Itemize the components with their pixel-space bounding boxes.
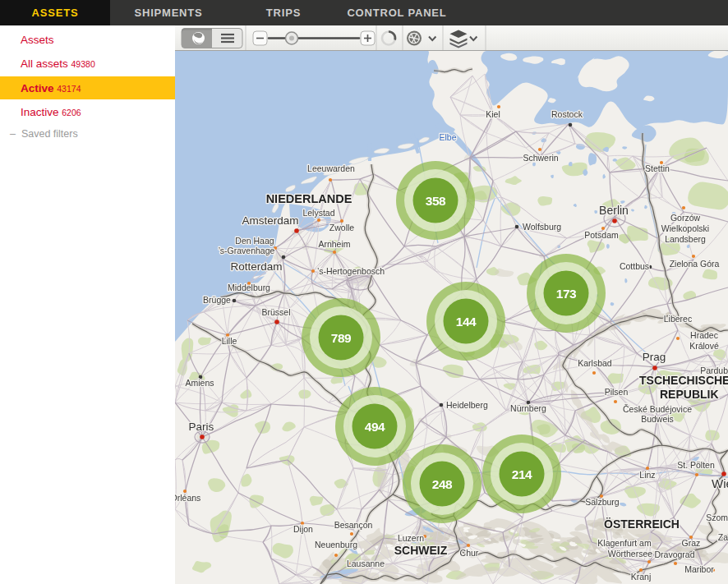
svg-text:Linz: Linz: [639, 470, 655, 480]
svg-text:Rostock: Rostock: [551, 109, 583, 119]
svg-text:Lelystad: Lelystad: [302, 208, 334, 218]
svg-text:Dravograd: Dravograd: [654, 550, 694, 559]
svg-text:REPUBLIK: REPUBLIK: [660, 388, 719, 401]
svg-text:Kiel: Kiel: [486, 109, 500, 119]
svg-text:Liberec: Liberec: [664, 314, 692, 324]
svg-text:ÖSTERREICH: ÖSTERREICH: [604, 517, 680, 531]
svg-text:Chur: Chur: [460, 548, 479, 558]
svg-text:St. Pölten: St. Pölten: [677, 460, 715, 470]
svg-text:Lille: Lille: [222, 336, 237, 346]
svg-text:Wielkopolski: Wielkopolski: [661, 223, 709, 233]
svg-text:Heidelberg: Heidelberg: [446, 400, 488, 410]
svg-text:’s-Gravenhage: ’s-Gravenhage: [219, 246, 275, 255]
svg-text:TSCHECHISCHE: TSCHECHISCHE: [639, 374, 728, 387]
svg-text:Amsterdam: Amsterdam: [242, 214, 298, 227]
svg-text:’s-Hertogenbosch: ’s-Hertogenbosch: [317, 266, 385, 276]
svg-text:Maribor: Maribor: [684, 564, 714, 574]
svg-text:Potsdam: Potsdam: [584, 230, 619, 240]
svg-text:Berlin: Berlin: [599, 204, 629, 217]
svg-text:Elbe: Elbe: [439, 132, 456, 142]
svg-text:Besançon: Besançon: [334, 520, 373, 530]
svg-text:Wörthersee: Wörthersee: [608, 549, 652, 559]
svg-text:Prag: Prag: [643, 351, 666, 363]
svg-text:Lausanne: Lausanne: [347, 559, 385, 568]
svg-text:Orléans: Orléans: [175, 493, 200, 503]
svg-text:Brügge: Brügge: [203, 295, 231, 305]
svg-text:České Budéjovice: České Budéjovice: [623, 404, 692, 414]
svg-text:173: 173: [556, 287, 577, 301]
svg-text:SCHWEIZ: SCHWEIZ: [394, 544, 448, 557]
svg-text:Paris: Paris: [189, 421, 214, 433]
svg-text:Pardub: Pardub: [700, 366, 728, 375]
svg-text:Leeuwarden: Leeuwarden: [307, 163, 355, 173]
svg-text:Rotterdam: Rotterdam: [230, 260, 282, 273]
svg-text:Budweis: Budweis: [641, 414, 674, 424]
svg-text:Stettin: Stettin: [645, 163, 670, 173]
svg-text:Middelburg: Middelburg: [228, 283, 270, 292]
svg-text:Brüssel: Brüssel: [261, 307, 290, 317]
svg-text:Graz: Graz: [682, 538, 701, 548]
svg-text:214: 214: [512, 467, 532, 481]
svg-text:NIEDERLANDE: NIEDERLANDE: [266, 192, 352, 205]
svg-text:Arnheim: Arnheim: [318, 239, 350, 249]
svg-text:Kranj: Kranj: [631, 572, 652, 582]
svg-text:Zwolle: Zwolle: [329, 223, 355, 232]
svg-text:789: 789: [331, 331, 352, 345]
svg-text:144: 144: [456, 315, 477, 329]
svg-text:Szom: Szom: [706, 513, 728, 522]
svg-text:Gorzów: Gorzów: [670, 213, 701, 223]
svg-text:358: 358: [426, 194, 446, 208]
svg-text:Za: Za: [718, 532, 728, 542]
svg-text:Wolfsburg: Wolfsburg: [523, 222, 561, 232]
svg-text:Hradec: Hradec: [690, 330, 718, 340]
svg-text:Zielona Góra: Zielona Góra: [670, 259, 720, 269]
svg-text:248: 248: [432, 477, 453, 491]
svg-text:Schwerin: Schwerin: [523, 153, 558, 163]
svg-text:Dijon: Dijon: [293, 524, 313, 534]
svg-text:Den Haag: Den Haag: [235, 236, 274, 246]
svg-text:Luzern: Luzern: [398, 533, 424, 543]
svg-text:Salzburg: Salzburg: [585, 497, 620, 507]
svg-text:Pilsen: Pilsen: [605, 387, 629, 397]
svg-text:Landsberg: Landsberg: [665, 234, 706, 244]
svg-text:Neuenburg: Neuenburg: [315, 540, 357, 550]
svg-text:Wien: Wien: [712, 476, 728, 490]
svg-text:Karlsbad: Karlsbad: [578, 358, 612, 368]
svg-text:Králové: Králové: [689, 341, 719, 351]
svg-text:Cottbus: Cottbus: [620, 261, 649, 271]
svg-text:Nürnberg: Nürnberg: [510, 403, 546, 413]
svg-text:494: 494: [365, 420, 385, 434]
svg-text:Amiens: Amiens: [185, 378, 214, 388]
svg-text:Klagenfurt am: Klagenfurt am: [597, 538, 652, 548]
